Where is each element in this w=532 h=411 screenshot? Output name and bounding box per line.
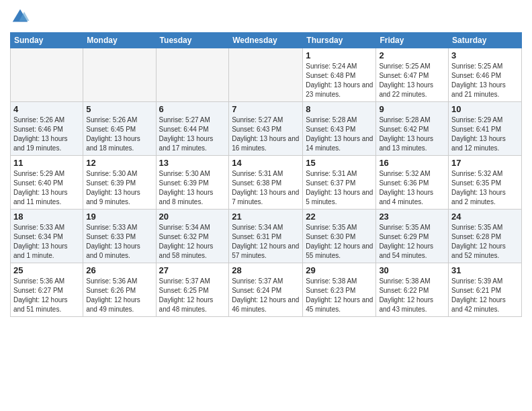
day-info: Sunrise: 5:26 AM Sunset: 6:46 PM Dayligh…	[13, 116, 80, 153]
calendar-cell: 17Sunrise: 5:32 AM Sunset: 6:35 PM Dayli…	[449, 156, 522, 210]
day-info: Sunrise: 5:31 AM Sunset: 6:38 PM Dayligh…	[232, 169, 300, 207]
day-info: Sunrise: 5:32 AM Sunset: 6:36 PM Dayligh…	[379, 169, 445, 207]
day-number: 12	[86, 158, 152, 168]
day-info: Sunrise: 5:28 AM Sunset: 6:43 PM Dayligh…	[306, 116, 373, 153]
calendar-week-row: 25Sunrise: 5:36 AM Sunset: 6:27 PM Dayli…	[11, 263, 522, 317]
day-info: Sunrise: 5:35 AM Sunset: 6:30 PM Dayligh…	[306, 223, 373, 261]
calendar-cell: 12Sunrise: 5:30 AM Sunset: 6:39 PM Dayli…	[83, 156, 156, 210]
day-number: 13	[159, 158, 226, 168]
day-info: Sunrise: 5:38 AM Sunset: 6:22 PM Dayligh…	[379, 277, 445, 314]
day-info: Sunrise: 5:36 AM Sunset: 6:26 PM Dayligh…	[86, 277, 152, 314]
calendar-cell: 24Sunrise: 5:35 AM Sunset: 6:28 PM Dayli…	[449, 210, 522, 263]
day-number: 23	[379, 212, 445, 222]
day-number: 7	[232, 104, 300, 114]
day-number: 6	[159, 104, 226, 114]
day-number: 10	[451, 104, 519, 114]
calendar-cell: 14Sunrise: 5:31 AM Sunset: 6:38 PM Dayli…	[229, 156, 303, 210]
calendar-cell: 7Sunrise: 5:27 AM Sunset: 6:43 PM Daylig…	[229, 102, 303, 156]
calendar-cell: 8Sunrise: 5:28 AM Sunset: 6:43 PM Daylig…	[303, 102, 376, 156]
day-number: 30	[379, 265, 445, 275]
calendar-day-header: Sunday	[11, 33, 83, 48]
logo-icon	[10, 7, 30, 27]
day-number: 19	[86, 212, 152, 222]
day-info: Sunrise: 5:39 AM Sunset: 6:21 PM Dayligh…	[451, 277, 519, 314]
calendar-cell: 23Sunrise: 5:35 AM Sunset: 6:29 PM Dayli…	[376, 210, 449, 263]
calendar-cell: 3Sunrise: 5:25 AM Sunset: 6:46 PM Daylig…	[449, 48, 522, 102]
day-number: 16	[379, 158, 445, 168]
calendar-cell: 19Sunrise: 5:33 AM Sunset: 6:33 PM Dayli…	[83, 210, 156, 263]
day-info: Sunrise: 5:24 AM Sunset: 6:48 PM Dayligh…	[306, 62, 373, 99]
day-number: 17	[451, 158, 519, 168]
day-info: Sunrise: 5:38 AM Sunset: 6:23 PM Dayligh…	[306, 277, 373, 314]
calendar-cell: 16Sunrise: 5:32 AM Sunset: 6:36 PM Dayli…	[376, 156, 449, 210]
day-info: Sunrise: 5:37 AM Sunset: 6:24 PM Dayligh…	[232, 277, 300, 314]
calendar-cell: 28Sunrise: 5:37 AM Sunset: 6:24 PM Dayli…	[229, 263, 303, 317]
calendar-cell: 10Sunrise: 5:29 AM Sunset: 6:41 PM Dayli…	[449, 102, 522, 156]
calendar-day-header: Saturday	[449, 33, 522, 48]
calendar-cell: 31Sunrise: 5:39 AM Sunset: 6:21 PM Dayli…	[449, 263, 522, 317]
calendar-day-header: Tuesday	[156, 33, 229, 48]
header	[10, 7, 522, 27]
calendar-cell: 9Sunrise: 5:28 AM Sunset: 6:42 PM Daylig…	[376, 102, 449, 156]
calendar-cell	[83, 48, 156, 102]
day-info: Sunrise: 5:30 AM Sunset: 6:39 PM Dayligh…	[86, 169, 152, 207]
day-info: Sunrise: 5:31 AM Sunset: 6:37 PM Dayligh…	[306, 169, 373, 207]
calendar-cell: 2Sunrise: 5:25 AM Sunset: 6:47 PM Daylig…	[376, 48, 449, 102]
day-info: Sunrise: 5:26 AM Sunset: 6:45 PM Dayligh…	[86, 116, 152, 153]
calendar-cell	[229, 48, 303, 102]
calendar-day-header: Monday	[83, 33, 156, 48]
calendar-week-row: 1Sunrise: 5:24 AM Sunset: 6:48 PM Daylig…	[11, 48, 522, 102]
calendar-week-row: 4Sunrise: 5:26 AM Sunset: 6:46 PM Daylig…	[11, 102, 522, 156]
day-info: Sunrise: 5:32 AM Sunset: 6:35 PM Dayligh…	[451, 169, 519, 207]
calendar-cell: 29Sunrise: 5:38 AM Sunset: 6:23 PM Dayli…	[303, 263, 376, 317]
day-info: Sunrise: 5:25 AM Sunset: 6:47 PM Dayligh…	[379, 62, 445, 99]
calendar-cell: 15Sunrise: 5:31 AM Sunset: 6:37 PM Dayli…	[303, 156, 376, 210]
day-number: 25	[13, 265, 80, 275]
calendar-cell: 13Sunrise: 5:30 AM Sunset: 6:39 PM Dayli…	[156, 156, 229, 210]
day-info: Sunrise: 5:29 AM Sunset: 6:40 PM Dayligh…	[13, 169, 80, 207]
day-info: Sunrise: 5:36 AM Sunset: 6:27 PM Dayligh…	[13, 277, 80, 314]
day-info: Sunrise: 5:29 AM Sunset: 6:41 PM Dayligh…	[451, 116, 519, 153]
calendar-cell: 25Sunrise: 5:36 AM Sunset: 6:27 PM Dayli…	[11, 263, 83, 317]
day-info: Sunrise: 5:25 AM Sunset: 6:46 PM Dayligh…	[451, 62, 519, 99]
calendar-cell: 11Sunrise: 5:29 AM Sunset: 6:40 PM Dayli…	[11, 156, 83, 210]
day-info: Sunrise: 5:33 AM Sunset: 6:34 PM Dayligh…	[13, 223, 80, 261]
calendar-cell: 20Sunrise: 5:34 AM Sunset: 6:32 PM Dayli…	[156, 210, 229, 263]
day-number: 24	[451, 212, 519, 222]
calendar-cell: 4Sunrise: 5:26 AM Sunset: 6:46 PM Daylig…	[11, 102, 83, 156]
calendar-cell: 27Sunrise: 5:37 AM Sunset: 6:25 PM Dayli…	[156, 263, 229, 317]
calendar-cell: 18Sunrise: 5:33 AM Sunset: 6:34 PM Dayli…	[11, 210, 83, 263]
calendar-day-header: Thursday	[303, 33, 376, 48]
day-number: 9	[379, 104, 445, 114]
calendar-cell	[156, 48, 229, 102]
day-number: 26	[86, 265, 152, 275]
calendar-cell: 5Sunrise: 5:26 AM Sunset: 6:45 PM Daylig…	[83, 102, 156, 156]
day-info: Sunrise: 5:27 AM Sunset: 6:43 PM Dayligh…	[232, 116, 300, 153]
day-info: Sunrise: 5:35 AM Sunset: 6:29 PM Dayligh…	[379, 223, 445, 261]
calendar-cell: 1Sunrise: 5:24 AM Sunset: 6:48 PM Daylig…	[303, 48, 376, 102]
day-number: 2	[379, 50, 445, 60]
day-number: 14	[232, 158, 300, 168]
day-number: 27	[159, 265, 226, 275]
day-number: 8	[306, 104, 373, 114]
day-info: Sunrise: 5:30 AM Sunset: 6:39 PM Dayligh…	[159, 169, 226, 207]
calendar-day-header: Friday	[376, 33, 449, 48]
calendar-day-header: Wednesday	[229, 33, 303, 48]
day-number: 31	[451, 265, 519, 275]
page: SundayMondayTuesdayWednesdayThursdayFrid…	[0, 0, 532, 411]
day-number: 1	[306, 50, 373, 60]
calendar-cell: 22Sunrise: 5:35 AM Sunset: 6:30 PM Dayli…	[303, 210, 376, 263]
day-number: 4	[13, 104, 80, 114]
calendar-cell: 26Sunrise: 5:36 AM Sunset: 6:26 PM Dayli…	[83, 263, 156, 317]
calendar-week-row: 18Sunrise: 5:33 AM Sunset: 6:34 PM Dayli…	[11, 210, 522, 263]
day-info: Sunrise: 5:27 AM Sunset: 6:44 PM Dayligh…	[159, 116, 226, 153]
day-number: 5	[86, 104, 152, 114]
day-number: 11	[13, 158, 80, 168]
day-number: 18	[13, 212, 80, 222]
logo	[10, 7, 33, 27]
day-info: Sunrise: 5:33 AM Sunset: 6:33 PM Dayligh…	[86, 223, 152, 261]
day-number: 20	[159, 212, 226, 222]
day-number: 15	[306, 158, 373, 168]
calendar-week-row: 11Sunrise: 5:29 AM Sunset: 6:40 PM Dayli…	[11, 156, 522, 210]
day-info: Sunrise: 5:37 AM Sunset: 6:25 PM Dayligh…	[159, 277, 226, 314]
